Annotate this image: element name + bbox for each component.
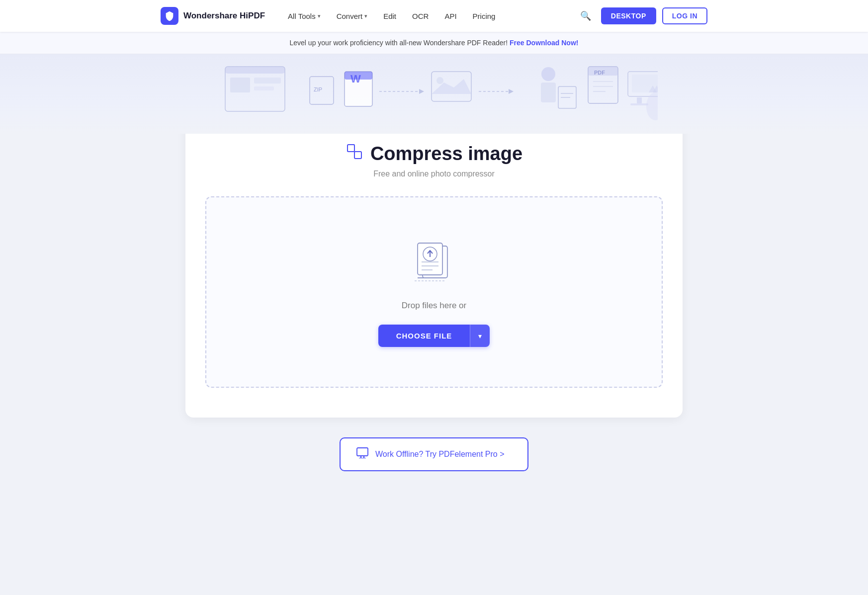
nav-all-tools[interactable]: All Tools ▾ [281,8,328,24]
tool-header: Compress image Free and online photo com… [205,143,663,178]
svg-point-17 [541,67,555,81]
nav-edit[interactable]: Edit [376,8,403,24]
svg-rect-1 [225,67,285,74]
monitor-svg-icon [356,447,368,458]
compress-svg-icon [346,143,363,161]
logo-icon [161,7,178,25]
logo[interactable]: Wondershare HiPDF [161,7,265,25]
search-button[interactable]: 🔍 [576,6,595,25]
svg-rect-3 [254,78,281,84]
main-content: Compress image Free and online photo com… [0,134,868,501]
brand-name: Wondershare HiPDF [183,11,265,21]
svg-rect-18 [541,83,556,102]
hipdf-logo-svg [164,10,175,21]
all-tools-chevron-icon: ▾ [318,13,321,19]
monitor-icon [356,447,368,461]
convert-chevron-icon: ▾ [364,13,367,19]
search-icon: 🔍 [580,11,591,21]
offline-text: Work Offline? Try PDFelement Pro > [375,450,505,459]
svg-text:PDF: PDF [594,70,605,76]
drop-zone[interactable]: Drop files here or CHOOSE FILE ▾ [205,196,663,388]
svg-rect-4 [254,86,274,90]
svg-marker-11 [419,89,424,94]
svg-text:ZIP: ZIP [314,86,322,92]
svg-point-13 [436,77,443,84]
hero-illustration: ZIP W PDF [210,57,658,131]
svg-rect-50 [363,456,364,458]
desktop-button[interactable]: DESKTOP [601,7,656,24]
svg-rect-48 [357,448,368,456]
svg-rect-49 [360,456,361,458]
hero-background: ZIP W PDF [0,54,868,134]
compress-icon [346,143,363,165]
svg-text:W: W [350,73,361,85]
choose-file-button-wrap: CHOOSE FILE ▾ [378,325,490,347]
nav-links: All Tools ▾ Convert ▾ Edit OCR API Prici… [281,8,560,24]
upload-icon [407,237,461,287]
tool-subtitle: Free and online photo compressor [205,170,663,178]
svg-marker-16 [509,89,514,94]
choose-file-button[interactable]: CHOOSE FILE [378,325,470,347]
nav-pricing[interactable]: Pricing [466,8,503,24]
offline-banner[interactable]: Work Offline? Try PDFelement Pro > [340,437,528,471]
svg-rect-30 [637,97,642,103]
svg-rect-36 [354,152,361,159]
dropdown-arrow-icon: ▾ [478,332,482,340]
login-button[interactable]: LOG IN [662,7,707,24]
drop-text: Drop files here or [402,301,466,311]
promo-banner: Level up your work proficiency with all-… [0,32,868,54]
nav-ocr[interactable]: OCR [405,8,435,24]
svg-rect-31 [630,103,648,105]
tool-card: Compress image Free and online photo com… [185,119,683,418]
svg-rect-2 [230,78,250,92]
svg-rect-35 [347,145,354,152]
choose-file-dropdown[interactable]: ▾ [470,325,490,347]
svg-rect-51 [359,458,366,458]
navbar: Wondershare HiPDF All Tools ▾ Convert ▾ … [0,0,868,32]
tool-title: Compress image [205,143,663,165]
banner-link[interactable]: Free Download Now! [510,39,578,47]
nav-convert[interactable]: Convert ▾ [330,8,375,24]
nav-right: 🔍 DESKTOP LOG IN [576,6,707,25]
upload-icon-wrap [407,237,461,287]
nav-api[interactable]: API [437,8,463,24]
